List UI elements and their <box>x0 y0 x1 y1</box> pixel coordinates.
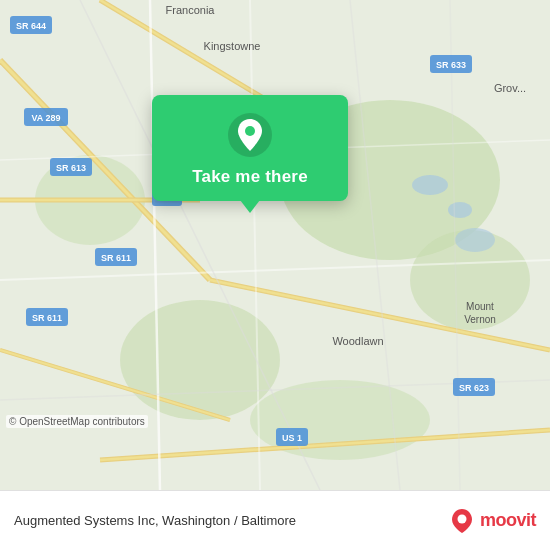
svg-text:VA 289: VA 289 <box>31 113 60 123</box>
svg-text:SR 633: SR 633 <box>436 60 466 70</box>
svg-text:SR 611: SR 611 <box>32 313 62 323</box>
svg-text:SR 644: SR 644 <box>16 21 46 31</box>
popup-card[interactable]: Take me there <box>152 95 348 201</box>
footer-location-text: Augmented Systems Inc, Washington / Balt… <box>14 513 448 528</box>
svg-point-6 <box>412 175 448 195</box>
map-copyright: © OpenStreetMap contributors <box>6 415 148 428</box>
location-pin-icon <box>228 113 272 157</box>
svg-point-7 <box>448 202 472 218</box>
svg-text:Grov...: Grov... <box>494 82 526 94</box>
map-container: SR 644 VA 289 SR 613 SR 611 SR 611 SR 63… <box>0 0 550 490</box>
svg-text:Woodlawn: Woodlawn <box>332 335 383 347</box>
svg-point-55 <box>457 514 466 523</box>
svg-text:Mount: Mount <box>466 301 494 312</box>
svg-point-54 <box>245 126 255 136</box>
svg-text:Franconia: Franconia <box>166 4 216 16</box>
moovit-brand-text: moovit <box>480 510 536 531</box>
popup-label: Take me there <box>192 167 308 187</box>
svg-point-8 <box>455 228 495 252</box>
svg-text:SR 611: SR 611 <box>101 253 131 263</box>
moovit-pin-icon <box>448 507 476 535</box>
footer-bar: Augmented Systems Inc, Washington / Balt… <box>0 490 550 550</box>
svg-text:US 1: US 1 <box>282 433 302 443</box>
svg-text:Vernon: Vernon <box>464 314 496 325</box>
moovit-logo: moovit <box>448 507 536 535</box>
svg-text:SR 613: SR 613 <box>56 163 86 173</box>
svg-text:SR 623: SR 623 <box>459 383 489 393</box>
svg-text:Kingstowne: Kingstowne <box>204 40 261 52</box>
